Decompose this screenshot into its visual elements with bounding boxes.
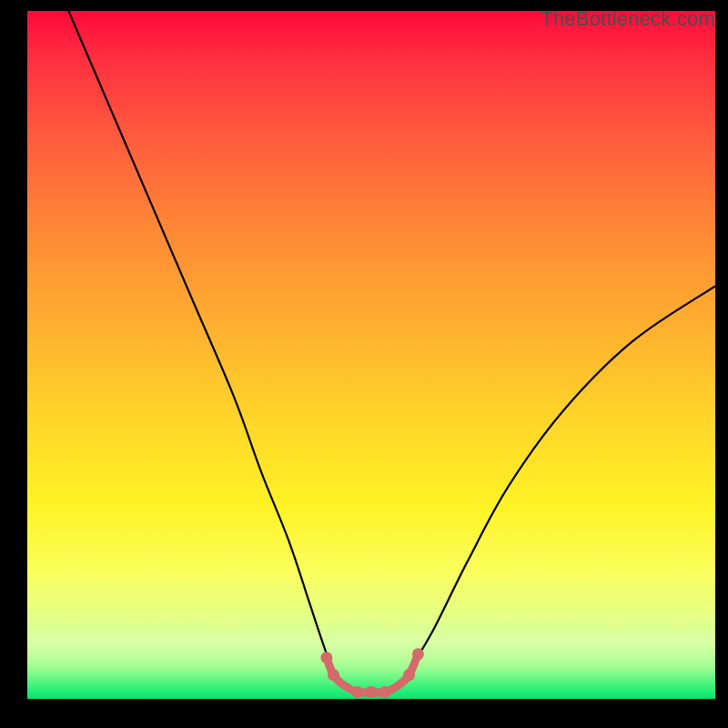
highlight-marker	[320, 652, 332, 663]
highlight-marker	[412, 648, 424, 660]
chart-frame: TheBottleneck.com	[0, 0, 728, 728]
watermark-text: TheBottleneck.com	[541, 7, 715, 31]
curve-layer	[27, 11, 715, 699]
highlight-marker	[403, 669, 415, 681]
highlight-marker	[328, 669, 339, 681]
highlight-marker	[366, 686, 378, 698]
highlight-marker	[351, 686, 363, 698]
highlight-marker	[379, 686, 391, 698]
highlight-markers	[320, 648, 424, 698]
plot-area	[27, 11, 715, 699]
bottleneck-curve-path	[68, 11, 715, 693]
